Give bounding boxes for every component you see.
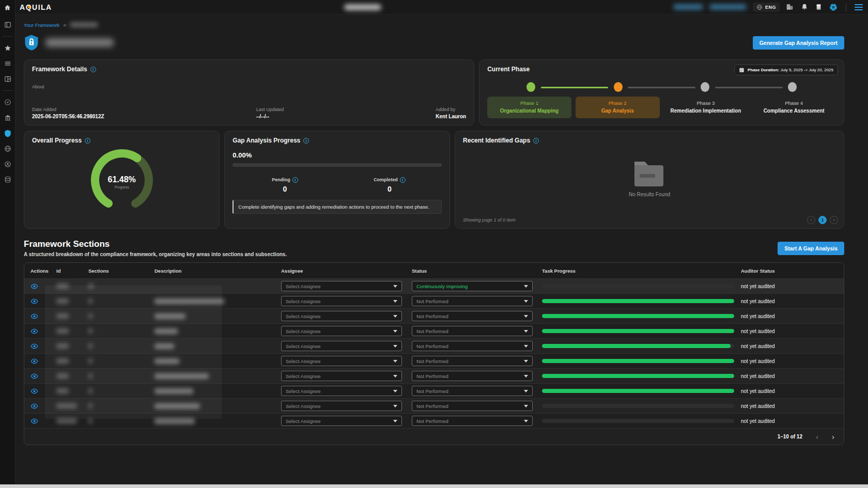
auditor-status: not yet audited xyxy=(741,358,775,364)
info-icon[interactable]: i xyxy=(90,67,96,72)
table-row: Select AssigneeNot Performednot yet audi… xyxy=(24,368,844,383)
redacted-description xyxy=(154,373,209,379)
assignee-select[interactable]: Select Assignee xyxy=(281,311,402,321)
view-eye-icon[interactable] xyxy=(30,402,38,410)
prev-page-button[interactable]: ‹ xyxy=(807,216,815,224)
table-row: Select AssigneeNot Performednot yet audi… xyxy=(24,323,844,338)
list-icon[interactable] xyxy=(4,59,12,68)
assignee-select[interactable]: Select Assignee xyxy=(281,326,402,336)
chevron-down-icon xyxy=(393,345,397,348)
phase-box-3: Phase 3Remediation Implementation xyxy=(664,97,748,118)
kanban-icon[interactable] xyxy=(4,75,12,83)
status-select[interactable]: Not Performed xyxy=(412,416,533,426)
recent-gaps-title: Recent Identified Gaps i xyxy=(463,137,836,144)
status-select[interactable]: Continuously Improving xyxy=(412,281,533,291)
view-eye-icon[interactable] xyxy=(30,372,38,380)
redacted-nav-link[interactable] xyxy=(673,4,703,10)
horizontal-scrollbar[interactable] xyxy=(0,484,868,488)
assignee-select[interactable]: Select Assignee xyxy=(281,371,402,381)
book-icon[interactable] xyxy=(815,3,823,11)
redacted-description xyxy=(154,418,195,424)
status-select[interactable]: Not Performed xyxy=(412,311,533,321)
redacted-description xyxy=(154,313,185,319)
table-row: Select AssigneeNot Performednot yet audi… xyxy=(24,413,844,428)
chevron-down-icon xyxy=(393,360,397,363)
status-select[interactable]: Not Performed xyxy=(412,386,533,396)
home-icon[interactable] xyxy=(4,3,12,11)
redacted-id xyxy=(56,328,69,334)
view-eye-icon[interactable] xyxy=(30,327,38,335)
sidebar-divider xyxy=(3,90,13,91)
framework-sections-subtitle: A structured breakdown of the compliance… xyxy=(24,251,287,257)
date-added-field: Date Added 2025-06-20T05:56:46.298012Z xyxy=(32,107,104,119)
star-icon[interactable] xyxy=(4,44,12,52)
user-badge-icon[interactable] xyxy=(4,160,12,168)
notifications-bell-icon[interactable] xyxy=(800,3,809,11)
task-progress-bar xyxy=(542,404,734,408)
info-icon[interactable]: i xyxy=(533,138,539,144)
status-select[interactable]: Not Performed xyxy=(412,341,533,351)
menu-icon[interactable] xyxy=(855,4,863,10)
next-page-chevron-icon[interactable]: › xyxy=(832,433,834,440)
assignee-select[interactable]: Select Assignee xyxy=(281,356,402,366)
auditor-status: not yet audited xyxy=(741,284,775,289)
chevron-down-icon xyxy=(393,300,397,303)
info-icon[interactable]: i xyxy=(400,177,406,183)
stepper-line xyxy=(541,87,609,88)
phase-box-4: Phase 4Compliance Assessment xyxy=(752,97,836,118)
status-select[interactable]: Not Performed xyxy=(412,296,533,306)
task-progress-bar xyxy=(542,374,734,378)
last-updated-value: --/--/-- xyxy=(256,114,284,119)
support-sphere-icon[interactable] xyxy=(829,3,838,11)
assignee-select[interactable]: Select Assignee xyxy=(281,281,402,291)
phase-duration-badge: Phase Duration: July 5, 2025 -> July 20,… xyxy=(734,65,838,75)
view-eye-icon[interactable] xyxy=(30,297,38,305)
status-select[interactable]: Not Performed xyxy=(412,356,533,366)
info-icon[interactable]: i xyxy=(85,138,90,144)
redacted-description xyxy=(154,343,174,349)
breadcrumb-your-framework[interactable]: Your Framework xyxy=(24,22,59,28)
assignee-select[interactable]: Select Assignee xyxy=(281,416,402,426)
bank-icon[interactable] xyxy=(4,114,12,122)
recent-identified-gaps-card: Recent Identified Gaps i No Results Foun… xyxy=(455,131,844,229)
info-icon[interactable]: i xyxy=(303,138,309,144)
overall-progress-card: Overall Progress i 61.48% Progress xyxy=(24,131,220,229)
assignee-select[interactable]: Select Assignee xyxy=(281,296,402,306)
left-sidebar xyxy=(0,0,16,488)
panel-layout-icon[interactable] xyxy=(4,21,12,29)
view-eye-icon[interactable] xyxy=(30,357,38,365)
assignee-select[interactable]: Select Assignee xyxy=(281,386,402,396)
redacted-description xyxy=(154,388,193,394)
info-icon[interactable]: i xyxy=(292,177,298,183)
view-eye-icon[interactable] xyxy=(30,282,38,290)
redacted-description xyxy=(154,358,179,364)
view-eye-icon[interactable] xyxy=(30,342,38,350)
next-page-button[interactable]: › xyxy=(830,216,838,224)
chevron-down-icon xyxy=(393,420,397,422)
redacted-section xyxy=(88,313,92,319)
shield-icon-active[interactable] xyxy=(4,129,12,137)
status-select[interactable]: Not Performed xyxy=(412,401,533,411)
assignee-select[interactable]: Select Assignee xyxy=(281,401,402,411)
framework-shield-icon xyxy=(24,34,39,51)
assignee-select[interactable]: Select Assignee xyxy=(281,341,402,351)
no-results-message: No Results Found xyxy=(463,192,836,197)
current-page-button[interactable]: 1 xyxy=(818,216,827,224)
view-eye-icon[interactable] xyxy=(30,312,38,320)
start-gap-analysis-button[interactable]: Start A Gap Analysis xyxy=(778,242,844,255)
organization-icon[interactable] xyxy=(786,3,794,11)
database-icon[interactable] xyxy=(4,176,12,184)
prev-page-chevron-icon[interactable]: ‹ xyxy=(816,433,818,440)
view-eye-icon[interactable] xyxy=(30,417,38,425)
language-selector[interactable]: ENG xyxy=(753,3,780,12)
view-eye-icon[interactable] xyxy=(30,387,38,395)
status-select[interactable]: Not Performed xyxy=(412,371,533,381)
globe-icon[interactable] xyxy=(4,145,12,153)
about-label: About xyxy=(32,84,466,89)
compass-icon[interactable] xyxy=(4,98,12,106)
status-select[interactable]: Not Performed xyxy=(412,326,533,336)
redacted-nav-link[interactable] xyxy=(709,4,747,10)
column-header-id: Id xyxy=(50,268,82,274)
gauge-percent: 61.48% xyxy=(86,175,158,184)
generate-gap-analysis-report-button[interactable]: Generate Gap Analysis Report xyxy=(753,36,844,50)
